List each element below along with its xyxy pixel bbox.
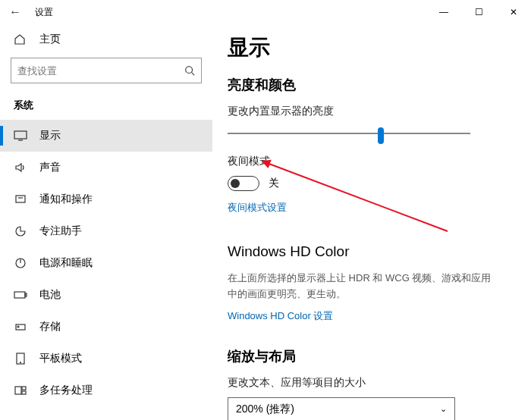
content-area: 显示 亮度和颜色 更改内置显示器的亮度 夜间模式 关 夜间模式设置 Window… — [212, 24, 531, 420]
scale-section-title: 缩放与布局 — [228, 347, 508, 365]
svg-rect-16 — [22, 391, 26, 394]
sidebar-item-multitask[interactable]: 多任务处理 — [0, 375, 212, 406]
sidebar: 主页 系统 显示 声音 通知和操作 专注助手 电源和睡眠 — [0, 24, 212, 420]
hd-description: 在上面所选择的显示器上让 HDR 和 WCG 视频、游戏和应用中的画面更明亮、更… — [228, 271, 501, 302]
titlebar: ← 设置 — ☐ ✕ — [0, 0, 531, 24]
brightness-slider[interactable] — [228, 126, 470, 141]
chevron-down-icon: ⌄ — [440, 404, 447, 414]
sidebar-item-label: 声音 — [39, 161, 61, 174]
sound-icon — [14, 161, 27, 174]
back-button[interactable]: ← — [9, 5, 27, 19]
svg-rect-2 — [14, 131, 27, 139]
sidebar-item-label: 多任务处理 — [39, 384, 93, 397]
home-label: 主页 — [39, 33, 61, 46]
search-input[interactable] — [17, 65, 184, 77]
maximize-button[interactable]: ☐ — [461, 0, 496, 24]
sidebar-item-battery[interactable]: 电池 — [0, 279, 212, 311]
minimize-button[interactable]: — — [426, 0, 461, 24]
svg-point-13 — [20, 362, 21, 363]
sidebar-item-label: 专注助手 — [39, 224, 82, 238]
scale-dropdown[interactable]: 200% (推荐) ⌄ — [228, 397, 455, 420]
svg-line-1 — [192, 73, 195, 76]
sidebar-item-label: 显示 — [39, 129, 61, 143]
battery-icon — [14, 288, 27, 302]
close-button[interactable]: ✕ — [496, 0, 531, 24]
svg-rect-4 — [16, 196, 25, 202]
night-label: 夜间模式 — [228, 155, 508, 168]
svg-point-0 — [186, 67, 193, 74]
slider-thumb[interactable] — [378, 127, 384, 144]
home-nav[interactable]: 主页 — [0, 24, 212, 55]
sidebar-item-tablet[interactable]: 平板模式 — [0, 343, 212, 375]
notifications-icon — [14, 193, 27, 206]
sidebar-item-storage[interactable]: 存储 — [0, 311, 212, 343]
night-toggle[interactable] — [228, 176, 259, 191]
window-title: 设置 — [35, 6, 53, 19]
night-settings-link[interactable]: 夜间模式设置 — [228, 201, 287, 215]
tablet-icon — [14, 352, 27, 365]
sidebar-item-label: 存储 — [39, 320, 61, 334]
display-icon — [14, 129, 27, 143]
svg-line-17 — [267, 163, 448, 231]
multitask-icon — [14, 384, 27, 397]
sidebar-item-label: 平板模式 — [39, 352, 82, 365]
search-box[interactable] — [11, 58, 202, 83]
brightness-label: 更改内置显示器的亮度 — [228, 105, 508, 118]
hd-settings-link[interactable]: Windows HD Color 设置 — [228, 309, 333, 323]
search-icon — [184, 65, 195, 76]
page-title: 显示 — [228, 33, 508, 62]
hd-section-title: Windows HD Color — [228, 243, 508, 260]
brightness-section-title: 亮度和颜色 — [228, 76, 508, 94]
svg-rect-9 — [25, 293, 27, 296]
sidebar-item-label: 通知和操作 — [39, 193, 93, 206]
sidebar-item-notifications[interactable]: 通知和操作 — [0, 183, 212, 215]
sidebar-item-label: 电源和睡眠 — [39, 256, 93, 270]
sidebar-item-display[interactable]: 显示 — [0, 120, 212, 152]
svg-rect-15 — [22, 387, 26, 390]
scale-label: 更改文本、应用等项目的大小 — [228, 376, 508, 390]
scale-value: 200% (推荐) — [236, 403, 294, 416]
storage-icon — [14, 320, 27, 334]
category-system: 系统 — [0, 92, 212, 120]
sidebar-item-power[interactable]: 电源和睡眠 — [0, 247, 212, 279]
sidebar-item-sound[interactable]: 声音 — [0, 152, 212, 183]
svg-rect-14 — [15, 387, 21, 394]
focus-icon — [14, 224, 27, 238]
home-icon — [14, 33, 27, 45]
svg-rect-8 — [14, 292, 25, 298]
power-icon — [14, 256, 27, 270]
sidebar-item-label: 电池 — [39, 288, 61, 302]
window-controls: — ☐ ✕ — [426, 0, 531, 24]
svg-point-11 — [17, 326, 19, 328]
night-toggle-state: 关 — [269, 177, 279, 190]
sidebar-item-focus[interactable]: 专注助手 — [0, 215, 212, 247]
